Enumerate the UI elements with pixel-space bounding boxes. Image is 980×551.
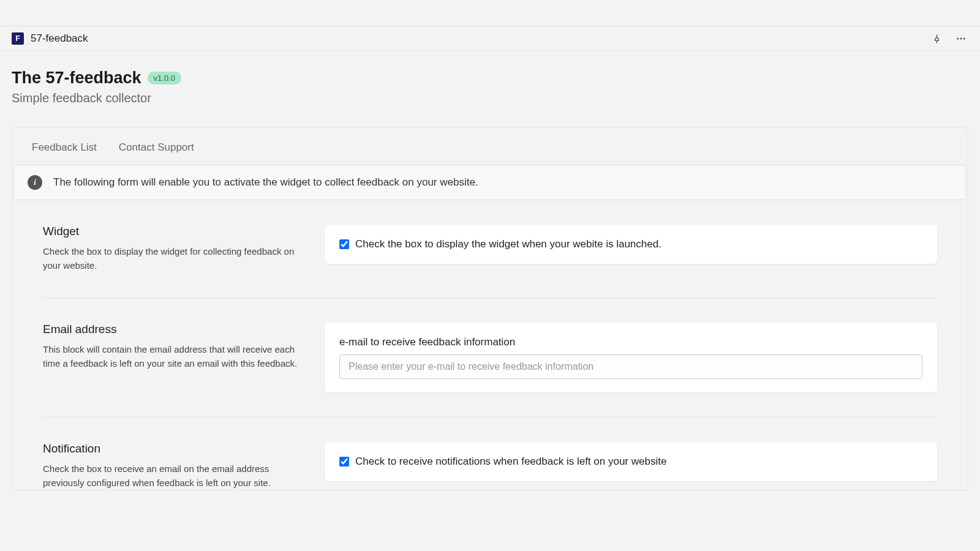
- info-banner: i The following form will enable you to …: [13, 165, 967, 200]
- notification-checkbox[interactable]: [339, 457, 349, 467]
- svg-point-1: [960, 38, 962, 40]
- svg-point-0: [957, 38, 959, 40]
- notification-title: Notification: [43, 442, 300, 455]
- setting-left-widget: Widget Check the box to display the widg…: [43, 225, 300, 273]
- email-desc: This block will contain the email addres…: [43, 342, 300, 371]
- email-field-label: e-mail to receive feedback information: [339, 336, 922, 348]
- setting-right-notification: Check to receive notifications when feed…: [325, 442, 937, 490]
- setting-left-email: Email address This block will contain th…: [43, 323, 300, 392]
- app-logo-icon: F: [12, 32, 24, 45]
- content-area: The 57-feedback v1.0.0 Simple feedback c…: [0, 51, 980, 547]
- tabs: Feedback List Contact Support: [12, 128, 968, 165]
- version-badge: v1.0.0: [148, 72, 181, 84]
- widget-checkbox[interactable]: [339, 239, 349, 249]
- widget-checkbox-label: Check the box to display the widget when…: [355, 238, 662, 250]
- title-row: The 57-feedback v1.0.0: [12, 69, 968, 88]
- page-title: The 57-feedback: [12, 69, 141, 88]
- info-banner-text: The following form will enable you to ac…: [53, 176, 478, 189]
- header-bar: F 57-feedback: [0, 26, 980, 51]
- svg-point-2: [963, 38, 965, 40]
- header-right: [929, 31, 968, 46]
- notification-checkbox-row: Check to receive notifications when feed…: [339, 455, 922, 468]
- tab-feedback-list[interactable]: Feedback List: [32, 141, 97, 154]
- email-title: Email address: [43, 323, 300, 336]
- widget-title: Widget: [43, 225, 300, 238]
- setting-right-widget: Check the box to display the widget when…: [325, 225, 937, 273]
- tab-contact-support[interactable]: Contact Support: [119, 141, 194, 154]
- setting-row-notification: Notification Check the box to receive an…: [43, 442, 937, 490]
- setting-row-email: Email address This block will contain th…: [43, 323, 937, 418]
- page-subtitle: Simple feedback collector: [12, 91, 968, 105]
- email-card: e-mail to receive feedback information: [325, 323, 937, 392]
- pin-icon[interactable]: [929, 31, 944, 46]
- top-spacer: [0, 0, 980, 26]
- header-left: F 57-feedback: [12, 32, 88, 45]
- setting-row-widget: Widget Check the box to display the widg…: [43, 225, 937, 298]
- email-input[interactable]: [339, 354, 922, 379]
- setting-right-email: e-mail to receive feedback information: [325, 323, 937, 392]
- notification-checkbox-label: Check to receive notifications when feed…: [355, 455, 666, 468]
- widget-card: Check the box to display the widget when…: [325, 225, 937, 264]
- more-icon[interactable]: [954, 31, 968, 46]
- notification-card: Check to receive notifications when feed…: [325, 442, 937, 481]
- widget-desc: Check the box to display the widget for …: [43, 244, 300, 273]
- app-name: 57-feedback: [31, 32, 88, 45]
- setting-left-notification: Notification Check the box to receive an…: [43, 442, 300, 490]
- settings-body: Widget Check the box to display the widg…: [12, 200, 968, 490]
- notification-desc: Check the box to receive an email on the…: [43, 462, 300, 490]
- settings-panel: Feedback List Contact Support i The foll…: [12, 127, 968, 490]
- info-icon: i: [28, 175, 42, 190]
- widget-checkbox-row: Check the box to display the widget when…: [339, 238, 922, 250]
